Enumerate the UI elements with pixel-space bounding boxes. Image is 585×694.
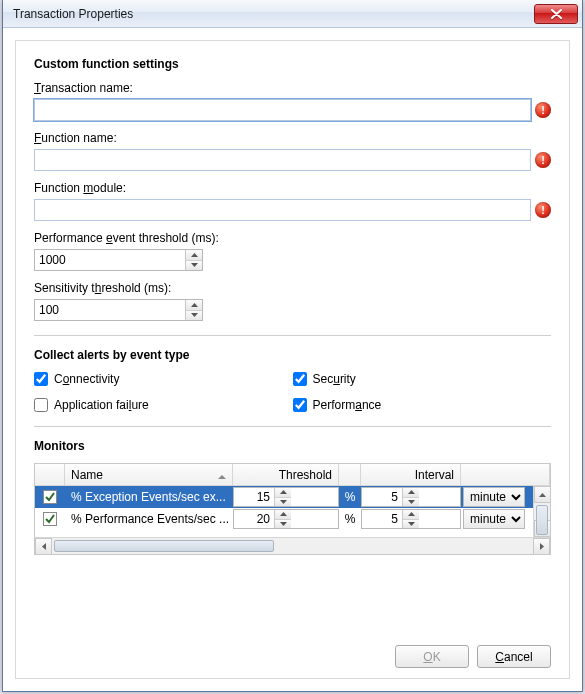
threshold-spinner[interactable] <box>233 487 339 507</box>
sens-threshold-spinner[interactable] <box>34 299 203 321</box>
divider <box>34 426 551 427</box>
row-checkbox[interactable] <box>43 490 57 504</box>
interval-unit-select[interactable]: minutes <box>463 509 525 529</box>
window-title: Transaction Properties <box>13 7 133 21</box>
custom-settings-heading: Custom function settings <box>34 57 551 71</box>
spin-down-icon[interactable] <box>403 520 419 529</box>
security-checkbox[interactable]: Security <box>293 372 552 386</box>
security-checkbox-input[interactable] <box>293 372 307 386</box>
function-module-input[interactable] <box>34 199 531 221</box>
monitors-header-row: Name Threshold Interval <box>35 464 550 486</box>
row-threshold[interactable] <box>233 508 339 530</box>
ok-button[interactable]: OK <box>395 645 469 668</box>
error-icon: ! <box>535 102 551 118</box>
transaction-name-label: Transaction name: <box>34 81 551 95</box>
row-name: % Performance Events/sec ... <box>65 508 233 530</box>
row-checkbox[interactable] <box>43 512 57 526</box>
spinner-buttons[interactable] <box>185 250 202 270</box>
table-row[interactable]: % Performance Events/sec ...%minutes <box>35 508 533 530</box>
monitors-body: % Exception Events/sec ex...%minutes% Pe… <box>35 486 550 537</box>
threshold-spinner[interactable] <box>233 509 339 529</box>
row-interval[interactable] <box>361 486 461 508</box>
dialog-footer: OK Cancel <box>395 645 551 668</box>
function-name-label: Function name: <box>34 131 551 145</box>
spinner-buttons[interactable] <box>185 300 202 320</box>
sens-threshold-input[interactable] <box>35 300 185 320</box>
scroll-right-icon[interactable] <box>533 538 550 555</box>
cancel-button[interactable]: Cancel <box>477 645 551 668</box>
collect-alerts-heading: Collect alerts by event type <box>34 348 551 362</box>
row-enable-cell[interactable] <box>35 508 65 530</box>
divider <box>34 335 551 336</box>
col-interval[interactable]: Interval <box>361 464 461 485</box>
table-row[interactable]: % Exception Events/sec ex...%minutes <box>35 486 533 508</box>
col-unit[interactable] <box>339 464 361 485</box>
close-icon <box>551 9 562 19</box>
scroll-up-icon[interactable] <box>534 486 550 503</box>
row-unit: % <box>339 486 361 508</box>
spin-up-icon[interactable] <box>186 250 202 261</box>
sort-asc-icon <box>218 470 226 484</box>
error-icon: ! <box>535 152 551 168</box>
scroll-thumb[interactable] <box>54 540 274 552</box>
horizontal-scrollbar[interactable] <box>35 537 550 554</box>
sens-threshold-label: Sensitivity threshold (ms): <box>34 281 551 295</box>
error-icon: ! <box>535 202 551 218</box>
spin-up-icon[interactable] <box>275 510 291 520</box>
interval-spinner[interactable] <box>361 509 461 529</box>
col-name[interactable]: Name <box>65 464 233 485</box>
row-interval-unit[interactable]: minutes <box>461 486 533 508</box>
col-threshold[interactable]: Threshold <box>233 464 339 485</box>
col-enable[interactable] <box>35 464 65 485</box>
appfailure-checkbox[interactable]: Application failure <box>34 398 293 412</box>
scroll-left-icon[interactable] <box>35 538 52 555</box>
row-interval[interactable] <box>361 508 461 530</box>
performance-checkbox-input[interactable] <box>293 398 307 412</box>
spin-up-icon[interactable] <box>186 300 202 311</box>
spin-up-icon[interactable] <box>403 488 419 498</box>
threshold-input[interactable] <box>234 488 274 506</box>
perf-threshold-label: Performance event threshold (ms): <box>34 231 551 245</box>
performance-checkbox[interactable]: Performance <box>293 398 552 412</box>
function-name-input[interactable] <box>34 149 531 171</box>
threshold-input[interactable] <box>234 510 274 528</box>
spin-up-icon[interactable] <box>275 488 291 498</box>
interval-input[interactable] <box>362 510 402 528</box>
monitors-heading: Monitors <box>34 439 551 453</box>
interval-input[interactable] <box>362 488 402 506</box>
spin-down-icon[interactable] <box>186 261 202 271</box>
connectivity-checkbox-input[interactable] <box>34 372 48 386</box>
spin-up-icon[interactable] <box>403 510 419 520</box>
appfailure-checkbox-input[interactable] <box>34 398 48 412</box>
spin-down-icon[interactable] <box>186 311 202 321</box>
close-button[interactable] <box>534 4 578 24</box>
spin-down-icon[interactable] <box>275 498 291 507</box>
scroll-track[interactable] <box>534 503 550 520</box>
content-frame: Custom function settings Transaction nam… <box>15 40 570 679</box>
col-interval-unit[interactable] <box>461 464 550 485</box>
connectivity-checkbox[interactable]: Connectivity <box>34 372 293 386</box>
monitors-table: Name Threshold Interval % Exception Even… <box>34 463 551 555</box>
perf-threshold-spinner[interactable] <box>34 249 203 271</box>
row-unit: % <box>339 508 361 530</box>
alert-checkbox-grid: Connectivity Security Application failur… <box>34 372 551 412</box>
vertical-scrollbar[interactable] <box>533 486 550 537</box>
titlebar: Transaction Properties <box>3 0 582 28</box>
function-module-label: Function module: <box>34 181 551 195</box>
row-enable-cell[interactable] <box>35 486 65 508</box>
interval-unit-select[interactable]: minutes <box>463 487 525 507</box>
row-name: % Exception Events/sec ex... <box>65 486 233 508</box>
dialog-window: Transaction Properties Custom function s… <box>2 0 583 692</box>
perf-threshold-input[interactable] <box>35 250 185 270</box>
spin-down-icon[interactable] <box>275 520 291 529</box>
scroll-thumb[interactable] <box>536 505 548 535</box>
interval-spinner[interactable] <box>361 487 461 507</box>
row-interval-unit[interactable]: minutes <box>461 508 533 530</box>
scroll-track[interactable] <box>52 538 533 554</box>
transaction-name-input[interactable] <box>34 99 531 121</box>
spin-down-icon[interactable] <box>403 498 419 507</box>
row-threshold[interactable] <box>233 486 339 508</box>
